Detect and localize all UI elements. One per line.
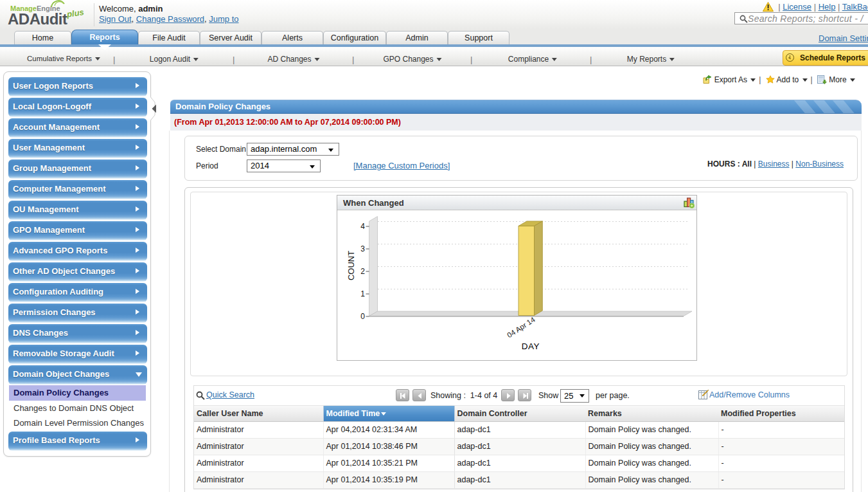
svg-text:3: 3 [360, 244, 365, 253]
svg-text:2: 2 [360, 267, 365, 276]
svg-text:1: 1 [360, 289, 365, 298]
svg-text:4: 4 [360, 222, 365, 231]
svg-text:DAY: DAY [522, 342, 540, 351]
svg-text:0: 0 [360, 312, 365, 321]
svg-text:04 Apr 14: 04 Apr 14 [506, 315, 536, 339]
svg-text:COUNT: COUNT [346, 251, 356, 280]
